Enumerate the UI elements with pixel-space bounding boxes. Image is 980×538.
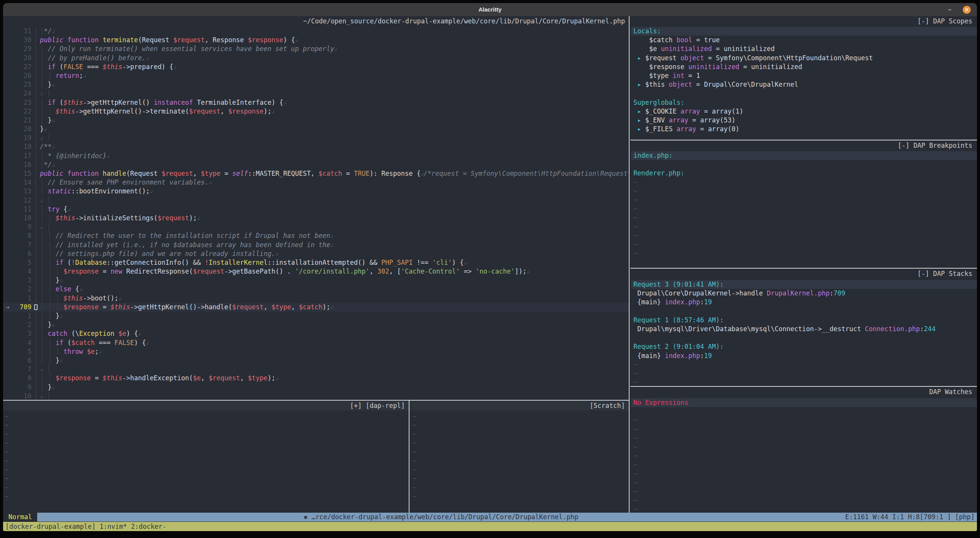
watch-row[interactable]: No Expressions <box>631 398 977 407</box>
code-line[interactable]: 30│public function terminate(Request $re… <box>3 36 629 45</box>
empty-line-tilde: ~ <box>5 457 407 465</box>
code-line[interactable]: 7│↲ │ <box>3 365 629 374</box>
window-separator-vertical[interactable] <box>409 400 409 513</box>
breakpoint-row[interactable]: Renderer.php: <box>631 169 977 178</box>
code-line[interactable]: 7││ │ // installed yet (i.e., if no $dat… <box>3 241 629 249</box>
code-line[interactable]: 2││ │ else {↲ <box>3 285 629 294</box>
line-number: 1 <box>15 312 31 320</box>
scope-row[interactable] <box>631 89 977 98</box>
stack-frame-row[interactable]: Request 3 (9:01:41 AM): <box>631 280 977 289</box>
code-line[interactable]: 21││ }↲ <box>3 116 629 125</box>
code-line[interactable]: 2││ }↲ <box>3 320 629 329</box>
code-line[interactable]: 24│↲ │ <box>3 89 629 98</box>
code-line[interactable]: 26││ │ return;↲ <box>3 71 629 80</box>
breakpoint-row[interactable]: index.php: <box>631 151 977 160</box>
tmux-status-bar[interactable]: [docker-drupal-example] 1:nvim* 2:docker… <box>3 522 977 531</box>
code-line[interactable]: 14││ // Ensure sane PHP environment vari… <box>3 178 629 187</box>
scope-row[interactable]: $type int = 1 <box>631 71 977 80</box>
code-line[interactable]: 6││ │ // settings.php file) and we are n… <box>3 249 629 258</box>
gutter: 30│ <box>3 36 40 45</box>
scope-row[interactable]: $catch bool = true <box>631 36 977 45</box>
dap-breakpoints-panel[interactable]: index.php:Renderer.php:~~~~~~~~~ <box>631 151 977 259</box>
dap-breakpoints-header[interactable]: [-] DAP Breakpoints <box>631 140 977 150</box>
code-line[interactable]: 4││ │ if ($catch === FALSE) {↲ <box>3 338 629 347</box>
code-line[interactable]: 25││ }↲ <box>3 80 629 89</box>
dap-watches-header[interactable]: DAP Watches <box>631 387 977 397</box>
code-line[interactable]: 9│↲ │ <box>3 223 629 231</box>
scope-row[interactable]: $e uninitialized = uninitialized <box>631 45 977 53</box>
code-line[interactable]: 10││ │ $this->initializeSettings($reques… <box>3 214 629 223</box>
code-line[interactable]: 31││*/↲ <box>3 27 629 36</box>
code-line[interactable]: 8││ │ // Redirect the user to the instal… <box>3 231 629 240</box>
code-line[interactable]: 5││ │ if (!Database::getConnectionInfo()… <box>3 258 629 267</box>
empty-line-tilde: ~ <box>631 223 977 231</box>
stack-frame-row[interactable]: Drupal\mysql\Driver\Database\mysql\Conne… <box>631 325 977 333</box>
scope-row[interactable]: Superglobals: <box>631 98 977 107</box>
empty-line-tilde: ~ <box>631 416 977 425</box>
panel-separator-vertical[interactable] <box>629 16 630 513</box>
code-line[interactable]: 6││ │ }↲ <box>3 356 629 365</box>
stack-frame-row[interactable]: Request 2 (9:01:04 AM): <box>631 342 977 351</box>
code-line[interactable]: 27││ if (FALSE === $this->prepared) {↲ <box>3 63 629 71</box>
stack-frame-row[interactable] <box>631 307 977 316</box>
code-line[interactable]: 9││ }↲ <box>3 383 629 392</box>
line-number: 3 <box>15 329 31 338</box>
title-bar[interactable]: Alacritty – ✕ <box>3 3 977 16</box>
code-line[interactable]: 22││ │ $this->getHttpKernel()->terminate… <box>3 107 629 116</box>
statusline: Normal ✱ …rce/docker-drupal-example/web/… <box>3 513 977 521</box>
breakpoint-row[interactable] <box>631 160 977 169</box>
code-line[interactable]: 1││ │ }↲ <box>3 312 629 320</box>
editor-winbar-path[interactable]: ~/Code/open_source/docker-drupal-example… <box>3 16 629 26</box>
scope-row[interactable]: ▸ $_FILES array = array(0) <box>631 125 977 134</box>
code-line[interactable]: 13││ static::bootEnvironment();↲ <box>3 187 629 196</box>
stack-frame-row[interactable]: Drupal\Core\DrupalKernel->handle DrupalK… <box>631 289 977 298</box>
stack-frame-row[interactable]: {main} index.php:19 <box>631 352 977 360</box>
dap-stacks-panel[interactable]: Request 3 (9:01:41 AM): Drupal\Core\Drup… <box>631 280 977 388</box>
code-line[interactable]: 17││ * {@inheritdoc}↲ <box>3 152 629 160</box>
watch-row[interactable] <box>631 407 977 416</box>
code-editor[interactable]: 31││*/↲ 30│public function terminate(Req… <box>3 27 629 400</box>
code-line[interactable]: 12│↲ │ <box>3 196 629 205</box>
code-line[interactable]: 8││ │ $response = $this->handleException… <box>3 374 629 383</box>
empty-line-tilde: ~ <box>631 479 977 487</box>
scope-row[interactable]: Locals: <box>631 27 977 36</box>
gutter: 13│ <box>3 187 40 196</box>
empty-line-tilde: ~ <box>5 492 407 501</box>
code-line[interactable]: 1││ │ │ $this->boot();↲ <box>3 294 629 303</box>
dap-repl-winbar[interactable]: [+] [dap-repl] <box>3 401 409 411</box>
dap-scopes-panel[interactable]: Locals: $catch bool = true $e uninitiali… <box>631 27 977 135</box>
code-line[interactable]: 15│public function handle(Request $reque… <box>3 169 629 178</box>
line-number: 31 <box>15 27 31 36</box>
code-line[interactable]: 20│}↲ <box>3 125 629 134</box>
code-line[interactable]: 4││ │ │ $response = new RedirectResponse… <box>3 267 629 276</box>
code-line[interactable]: 16││*/↲ <box>3 160 629 169</box>
scope-row[interactable]: ▸ $this object = Drupal\Core\DrupalKerne… <box>631 80 977 89</box>
code-line[interactable]: 10│↲ │ <box>3 392 629 400</box>
scope-row[interactable]: ▸ $_ENV array = array(53) <box>631 116 977 125</box>
minimize-button[interactable]: – <box>945 3 955 16</box>
close-button[interactable]: ✕ <box>963 6 971 14</box>
stack-frame-row[interactable]: Request 1 (8:57:46 AM): <box>631 316 977 325</box>
dap-scopes-header[interactable]: [-] DAP Scopes <box>631 16 977 26</box>
code-line[interactable]: 18│/**↲ <box>3 142 629 151</box>
scope-row[interactable]: ▸ $_COOKIE array = array(1) <box>631 107 977 116</box>
scratch-buffer[interactable]: ~~~~~~~~~~ <box>413 412 627 513</box>
stack-frame-row[interactable] <box>631 333 977 342</box>
stack-frame-row[interactable]: {main} index.php:19 <box>631 298 977 307</box>
scope-row[interactable]: $response uninitialized = uninitialized <box>631 63 977 71</box>
current-code-line[interactable]: →709│ │ │ $response = $this->getHttpKern… <box>3 303 629 312</box>
scratch-winbar[interactable]: [Scratch] <box>409 401 629 411</box>
code-line[interactable]: 23││ if ($this->getHttpKernel() instance… <box>3 98 629 107</box>
dap-repl-buffer[interactable]: ~~~~~~~~~~ <box>5 412 407 513</box>
code-line[interactable]: 11││ try {↲ <box>3 205 629 214</box>
code-line[interactable]: 5││ │ │ throw $e;↲ <box>3 347 629 356</box>
empty-line-tilde: ~ <box>413 412 627 421</box>
code-line[interactable]: 29││ // Only run terminate() when essent… <box>3 45 629 53</box>
dap-watches-panel[interactable]: No Expressions~~~~~~~~~~~ <box>631 398 977 513</box>
code-line[interactable]: 3││ catch (\Exception $e) {↲ <box>3 329 629 338</box>
scope-row[interactable]: ▸ $request object = Symfony\Component\Ht… <box>631 54 977 63</box>
code-line[interactable]: 28││ // by preHandle() before.↲ <box>3 54 629 63</box>
code-line[interactable]: 3││ │ }↲ <box>3 276 629 285</box>
code-line[interactable]: 19│↲ │ <box>3 134 629 142</box>
dap-stacks-header[interactable]: [-] DAP Stacks <box>631 269 977 279</box>
